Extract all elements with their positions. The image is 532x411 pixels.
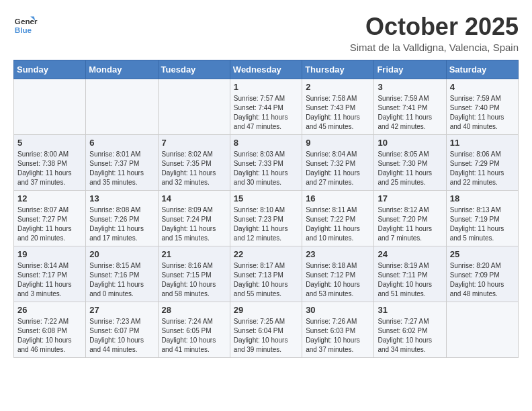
daylight-text: Daylight: 10 hours and 53 minutes. — [306, 280, 370, 299]
table-cell: 16Sunrise: 8:11 AMSunset: 7:22 PMDayligh… — [302, 190, 374, 246]
sunset-text: Sunset: 7:11 PM — [378, 271, 442, 280]
daylight-text: Daylight: 11 hours and 27 minutes. — [306, 169, 370, 187]
sunset-text: Sunset: 7:38 PM — [17, 159, 82, 169]
day-number: 9 — [306, 138, 370, 148]
table-cell: 17Sunrise: 8:12 AMSunset: 7:20 PMDayligh… — [374, 190, 446, 246]
daylight-text: Daylight: 10 hours and 46 minutes. — [17, 336, 82, 355]
sunset-text: Sunset: 6:08 PM — [17, 326, 82, 336]
day-number: 16 — [306, 193, 370, 203]
day-info: Sunrise: 7:27 AMSunset: 6:02 PMDaylight:… — [378, 317, 442, 355]
table-cell: 15Sunrise: 8:10 AMSunset: 7:23 PMDayligh… — [230, 190, 302, 246]
weekday-header-row: Sunday Monday Tuesday Wednesday Thursday… — [14, 60, 519, 79]
table-cell: 1Sunrise: 7:57 AMSunset: 7:44 PMDaylight… — [230, 79, 302, 134]
table-cell: 5Sunrise: 8:00 AMSunset: 7:38 PMDaylight… — [14, 134, 86, 190]
day-number: 19 — [17, 249, 82, 259]
sunrise-text: Sunrise: 8:06 AM — [450, 150, 515, 159]
day-number: 6 — [89, 138, 154, 148]
header-monday: Monday — [86, 60, 158, 79]
sunset-text: Sunset: 7:16 PM — [89, 271, 154, 280]
day-number: 14 — [162, 193, 226, 203]
sunrise-text: Sunrise: 8:03 AM — [234, 150, 298, 159]
day-info: Sunrise: 7:58 AMSunset: 7:43 PMDaylight:… — [306, 94, 370, 132]
sunrise-text: Sunrise: 8:17 AM — [234, 261, 298, 271]
week-row-2: 12Sunrise: 8:07 AMSunset: 7:27 PMDayligh… — [14, 190, 519, 246]
sunset-text: Sunset: 7:19 PM — [450, 215, 515, 224]
day-info: Sunrise: 8:03 AMSunset: 7:33 PMDaylight:… — [234, 150, 298, 187]
daylight-text: Daylight: 11 hours and 22 minutes. — [450, 169, 515, 187]
sunrise-text: Sunrise: 8:12 AM — [378, 205, 442, 215]
day-number: 21 — [162, 249, 226, 259]
day-info: Sunrise: 8:13 AMSunset: 7:19 PMDaylight:… — [450, 205, 515, 243]
day-info: Sunrise: 8:16 AMSunset: 7:15 PMDaylight:… — [162, 261, 226, 299]
day-number: 31 — [378, 305, 442, 315]
daylight-text: Daylight: 10 hours and 34 minutes. — [378, 336, 442, 355]
day-info: Sunrise: 7:25 AMSunset: 6:04 PMDaylight:… — [234, 317, 298, 355]
header-wednesday: Wednesday — [230, 60, 302, 79]
daylight-text: Daylight: 10 hours and 41 minutes. — [162, 336, 226, 355]
sunset-text: Sunset: 7:43 PM — [306, 103, 370, 113]
sunset-text: Sunset: 7:32 PM — [306, 159, 370, 169]
table-cell: 23Sunrise: 8:18 AMSunset: 7:12 PMDayligh… — [302, 246, 374, 302]
day-info: Sunrise: 8:10 AMSunset: 7:23 PMDaylight:… — [234, 205, 298, 243]
sunrise-text: Sunrise: 8:18 AM — [306, 261, 370, 271]
day-number: 2 — [306, 82, 370, 92]
header-friday: Friday — [374, 60, 446, 79]
day-number: 15 — [234, 193, 298, 203]
sunset-text: Sunset: 7:41 PM — [378, 103, 442, 113]
daylight-text: Daylight: 11 hours and 47 minutes. — [234, 113, 298, 132]
day-info: Sunrise: 7:59 AMSunset: 7:40 PMDaylight:… — [450, 94, 515, 132]
day-info: Sunrise: 8:09 AMSunset: 7:24 PMDaylight:… — [162, 205, 226, 243]
week-row-3: 19Sunrise: 8:14 AMSunset: 7:17 PMDayligh… — [14, 246, 519, 302]
table-cell: 22Sunrise: 8:17 AMSunset: 7:13 PMDayligh… — [230, 246, 302, 302]
sunset-text: Sunset: 6:05 PM — [162, 326, 226, 336]
day-info: Sunrise: 8:00 AMSunset: 7:38 PMDaylight:… — [17, 150, 82, 187]
table-cell: 20Sunrise: 8:15 AMSunset: 7:16 PMDayligh… — [86, 246, 158, 302]
day-number: 11 — [450, 138, 515, 148]
daylight-text: Daylight: 11 hours and 10 minutes. — [306, 224, 370, 243]
day-number: 24 — [378, 249, 442, 259]
sunrise-text: Sunrise: 7:59 AM — [450, 94, 515, 103]
table-cell — [158, 79, 230, 134]
sunrise-text: Sunrise: 8:10 AM — [234, 205, 298, 215]
day-number: 25 — [450, 249, 515, 259]
day-number: 28 — [162, 305, 226, 315]
day-info: Sunrise: 8:01 AMSunset: 7:37 PMDaylight:… — [89, 150, 154, 187]
table-cell: 28Sunrise: 7:24 AMSunset: 6:05 PMDayligh… — [158, 302, 230, 357]
sunset-text: Sunset: 7:12 PM — [306, 271, 370, 280]
daylight-text: Daylight: 11 hours and 15 minutes. — [162, 224, 226, 243]
table-cell: 27Sunrise: 7:23 AMSunset: 6:07 PMDayligh… — [86, 302, 158, 357]
day-number: 22 — [234, 249, 298, 259]
daylight-text: Daylight: 11 hours and 40 minutes. — [450, 113, 515, 132]
sunset-text: Sunset: 7:29 PM — [450, 159, 515, 169]
day-number: 4 — [450, 82, 515, 92]
sunrise-text: Sunrise: 8:00 AM — [17, 150, 82, 159]
day-number: 29 — [234, 305, 298, 315]
daylight-text: Daylight: 11 hours and 32 minutes. — [162, 169, 226, 187]
sunset-text: Sunset: 7:22 PM — [306, 215, 370, 224]
day-info: Sunrise: 8:07 AMSunset: 7:27 PMDaylight:… — [17, 205, 82, 243]
daylight-text: Daylight: 11 hours and 7 minutes. — [378, 224, 442, 243]
title-section: October 2025 Simat de la Valldigna, Vale… — [350, 13, 519, 53]
table-cell: 3Sunrise: 7:59 AMSunset: 7:41 PMDaylight… — [374, 79, 446, 134]
sunrise-text: Sunrise: 8:05 AM — [378, 150, 442, 159]
sunset-text: Sunset: 7:17 PM — [17, 271, 82, 280]
day-info: Sunrise: 8:14 AMSunset: 7:17 PMDaylight:… — [17, 261, 82, 299]
daylight-text: Daylight: 11 hours and 35 minutes. — [89, 169, 154, 187]
day-number: 3 — [378, 82, 442, 92]
daylight-text: Daylight: 11 hours and 42 minutes. — [378, 113, 442, 132]
sunset-text: Sunset: 7:24 PM — [162, 215, 226, 224]
daylight-text: Daylight: 11 hours and 3 minutes. — [17, 280, 82, 299]
day-number: 5 — [17, 138, 82, 148]
sunset-text: Sunset: 6:07 PM — [89, 326, 154, 336]
sunrise-text: Sunrise: 7:58 AM — [306, 94, 370, 103]
daylight-text: Daylight: 11 hours and 25 minutes. — [378, 169, 442, 187]
day-info: Sunrise: 8:02 AMSunset: 7:35 PMDaylight:… — [162, 150, 226, 187]
sunrise-text: Sunrise: 8:20 AM — [450, 261, 515, 271]
sunset-text: Sunset: 7:44 PM — [234, 103, 298, 113]
sunset-text: Sunset: 6:04 PM — [234, 326, 298, 336]
sunrise-text: Sunrise: 7:59 AM — [378, 94, 442, 103]
table-cell: 6Sunrise: 8:01 AMSunset: 7:37 PMDaylight… — [86, 134, 158, 190]
sunset-text: Sunset: 7:37 PM — [89, 159, 154, 169]
sunrise-text: Sunrise: 7:27 AM — [378, 317, 442, 326]
day-info: Sunrise: 7:22 AMSunset: 6:08 PMDaylight:… — [17, 317, 82, 355]
